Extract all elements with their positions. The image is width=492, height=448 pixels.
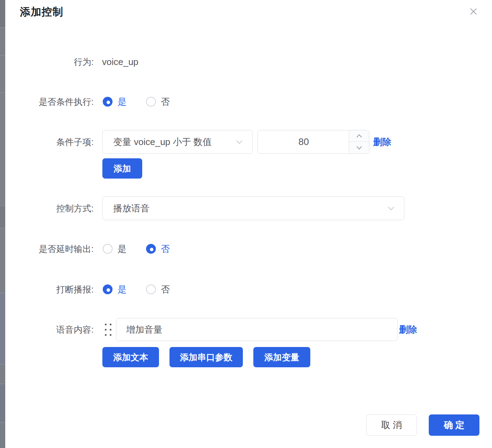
condition-add-button[interactable]: 添加 (102, 158, 142, 179)
close-button[interactable] (467, 5, 480, 18)
radio-label: 是 (117, 283, 126, 296)
radio-checked-icon (103, 284, 113, 294)
condition-number-box (258, 130, 369, 154)
confirm-button[interactable]: 确 定 (429, 414, 479, 436)
radio-conditional-no[interactable]: 否 (146, 96, 170, 108)
radio-unchecked-icon (103, 244, 113, 254)
condition-delete-link[interactable]: 删除 (373, 136, 391, 148)
backdrop-segment (0, 228, 5, 293)
condition-select[interactable]: 变量 voice_up 小于 数值 (102, 130, 253, 154)
dialog-title: 添加控制 (20, 5, 63, 19)
backdrop-segment (0, 55, 5, 92)
radio-label: 否 (161, 96, 170, 108)
delay-output-radio-group: 是 否 (103, 243, 170, 255)
condition-number-input[interactable] (258, 130, 349, 153)
delay-output-label: 是否延时输出: (5, 243, 94, 255)
control-mode-label: 控制方式: (5, 202, 94, 214)
conditional-exec-label: 是否条件执行: (5, 96, 94, 108)
condition-select-value: 变量 voice_up 小于 数值 (103, 136, 234, 148)
chevron-down-icon (386, 203, 396, 214)
radio-checked-icon (146, 244, 156, 254)
backdrop-segment (0, 27, 5, 55)
backdrop-segment (0, 384, 5, 422)
backdrop-segment (0, 364, 5, 384)
radio-conditional-yes[interactable]: 是 (103, 96, 126, 108)
radio-interrupt-no[interactable]: 否 (146, 283, 170, 296)
control-mode-select[interactable]: 播放语音 (102, 196, 404, 220)
radio-checked-icon (103, 97, 113, 107)
interrupt-radio-group: 是 否 (103, 283, 170, 295)
control-mode-select-value: 播放语音 (103, 202, 386, 215)
interrupt-broadcast-label: 打断播报: (5, 283, 94, 295)
radio-label: 否 (161, 243, 170, 255)
radio-interrupt-yes[interactable]: 是 (103, 283, 126, 296)
chevron-down-icon (355, 145, 363, 151)
radio-unchecked-icon (146, 97, 156, 107)
voice-content-input[interactable] (116, 318, 398, 341)
radio-label: 是 (117, 243, 126, 255)
cancel-button[interactable]: 取 消 (366, 414, 417, 436)
radio-label: 是 (117, 96, 126, 108)
condition-item-label: 条件子项: (5, 136, 94, 148)
background-page-edge (0, 0, 5, 448)
radio-delay-no[interactable]: 否 (146, 243, 170, 255)
chevron-up-icon (355, 133, 363, 139)
backdrop-segment (0, 205, 5, 228)
voice-content-delete-link[interactable]: 删除 (399, 324, 417, 335)
backdrop-segment (0, 92, 5, 205)
add-text-button[interactable]: 添加文本 (102, 347, 159, 367)
radio-delay-yes[interactable]: 是 (103, 243, 126, 255)
stepper-up-button[interactable] (349, 130, 369, 142)
backdrop-segment (0, 0, 5, 27)
close-icon (468, 6, 479, 17)
radio-unchecked-icon (146, 284, 156, 294)
backdrop-segment (0, 422, 5, 448)
add-serial-param-button[interactable]: 添加串口参数 (169, 347, 243, 367)
radio-label: 否 (161, 283, 170, 296)
conditional-exec-radio-group: 是 否 (103, 96, 170, 108)
stepper-down-button[interactable] (349, 142, 369, 153)
add-variable-button[interactable]: 添加变量 (253, 347, 310, 367)
behavior-value: voice_up (102, 56, 138, 68)
add-control-dialog: 添加控制 行为: voice_up 是否条件执行: 是 否 条件子项: 变量 v… (5, 0, 492, 448)
voice-content-label: 语音内容: (5, 324, 94, 335)
drag-handle-icon[interactable] (105, 324, 111, 336)
backdrop-segment (0, 293, 5, 364)
chevron-down-icon (234, 137, 245, 147)
behavior-label: 行为: (5, 56, 94, 68)
number-stepper (349, 130, 369, 153)
